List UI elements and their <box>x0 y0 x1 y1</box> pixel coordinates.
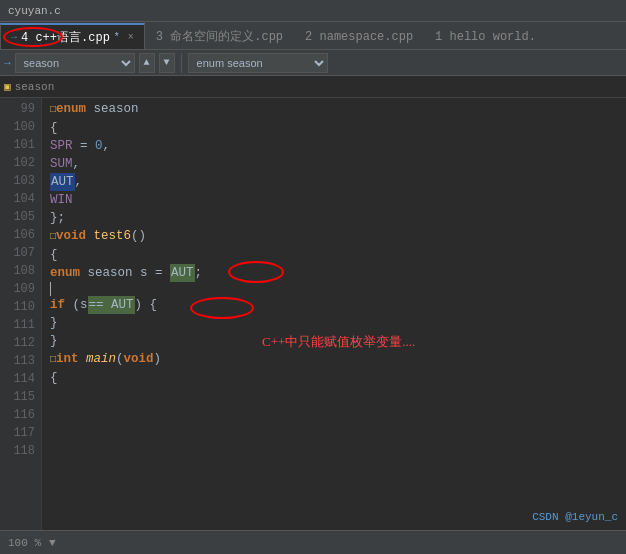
title-text: cyuyan.c <box>8 5 61 17</box>
code-line-102: SPR = 0, <box>50 137 618 155</box>
status-bar: 100 % ▼ <box>0 530 626 554</box>
title-bar: cyuyan.c <box>0 0 626 22</box>
code-line-109: { <box>50 246 618 264</box>
tab-3[interactable]: 2 namespace.cpp <box>294 23 424 49</box>
code-area[interactable]: □enum season { SPR = 0, SUM, AUT, WIN };… <box>42 98 626 530</box>
line-gutter: 99 100 101 102 103 104 105 106 107 108 1… <box>0 98 42 530</box>
tab-arrow-icon: → <box>11 32 17 43</box>
tab-2-label: 3 命名空间的定义.cpp <box>156 28 283 45</box>
toolbar-separator <box>181 53 182 73</box>
watermark: CSDN @1eyun_c <box>532 508 618 526</box>
tab-3-label: 2 namespace.cpp <box>305 30 413 44</box>
editor: 99 100 101 102 103 104 105 106 107 108 1… <box>0 98 626 530</box>
code-line-108: □void test6() <box>50 227 618 246</box>
code-line-117: □int main(void) <box>50 350 618 369</box>
code-line-115: } <box>50 332 618 350</box>
scope-dropdown[interactable]: season <box>15 53 135 73</box>
code-line-118: { <box>50 369 618 387</box>
tab-4[interactable]: 1 hello world. <box>424 23 547 49</box>
tab-active[interactable]: → 4 c++语言.cpp * × <box>0 23 145 49</box>
zoom-level: 100 % <box>8 537 41 549</box>
code-line-100: □enum season <box>50 100 618 119</box>
toolbar-down-btn[interactable]: ▼ <box>159 53 175 73</box>
code-line-114: } <box>50 314 618 332</box>
text-cursor <box>50 282 51 296</box>
code-line-105: WIN <box>50 191 618 209</box>
code-line-101: { <box>50 119 618 137</box>
member-dropdown[interactable]: enum season <box>188 53 328 73</box>
code-line-104: AUT, <box>50 173 618 191</box>
status-left: 100 % ▼ <box>8 537 56 549</box>
code-line-103: SUM, <box>50 155 618 173</box>
code-line-110: enum season s = AUT; <box>50 264 618 282</box>
code-line-111 <box>50 282 618 296</box>
code-line-112: if (s== AUT) { <box>50 296 618 314</box>
tab-bar: → 4 c++语言.cpp * × 3 命名空间的定义.cpp 2 namesp… <box>0 22 626 50</box>
tab-4-label: 1 hello world. <box>435 30 536 44</box>
tab-2[interactable]: 3 命名空间的定义.cpp <box>145 23 294 49</box>
breadcrumb: ▣ season <box>0 76 626 98</box>
toolbar-up-btn[interactable]: ▲ <box>139 53 155 73</box>
toolbar-arrow-icon: → <box>4 57 11 69</box>
code-line-106: }; <box>50 209 618 227</box>
breadcrumb-icon: ▣ <box>4 80 11 93</box>
toolbar: → season ▲ ▼ enum season <box>0 50 626 76</box>
tab-close-btn[interactable]: × <box>128 32 134 43</box>
scroll-down-btn[interactable]: ▼ <box>49 537 56 549</box>
tab-modified-icon: * <box>114 32 120 43</box>
breadcrumb-text: season <box>15 81 55 93</box>
tab-label-active[interactable]: 4 c++语言.cpp <box>21 29 110 46</box>
